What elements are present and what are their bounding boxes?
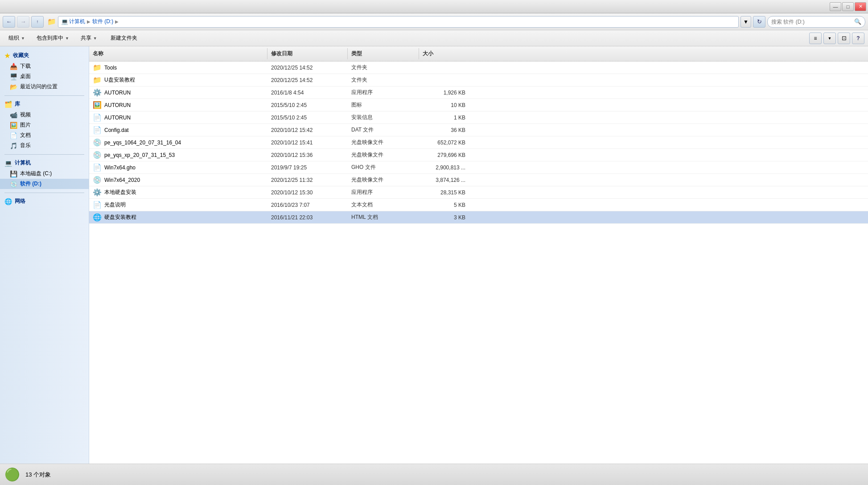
file-type-cell: 图标 — [348, 99, 419, 111]
sidebar-library-header[interactable]: 🗂️ 库 — [0, 99, 89, 110]
table-row[interactable]: 📁 Tools 2020/12/25 14:52 文件夹 — [89, 62, 868, 74]
sidebar-network-header[interactable]: 🌐 网络 — [0, 196, 89, 207]
file-size-cell — [419, 66, 473, 70]
table-row[interactable]: 📄 Config.dat 2020/10/12 15:42 DAT 文件 36 … — [89, 124, 868, 136]
window-controls: — □ ✕ — [830, 2, 866, 11]
recent-icon: 📂 — [10, 83, 17, 90]
view-arrow-button[interactable]: ▼ — [823, 33, 836, 44]
file-type-icon: 📄 — [93, 126, 102, 134]
file-date-cell: 2020/12/25 11:32 — [267, 175, 348, 185]
file-name-label: 光盘说明 — [104, 201, 126, 209]
file-size-cell: 10 KB — [419, 100, 473, 110]
back-button[interactable]: ← — [3, 16, 15, 28]
refresh-button[interactable]: ↻ — [753, 16, 765, 28]
help-button[interactable]: ? — [852, 33, 864, 44]
include-library-button[interactable]: 包含到库中 ▼ — [32, 32, 74, 45]
sidebar: ★ 收藏夹 📥 下载 🖥️ 桌面 📂 最近访问的位置 🗂️ 库 — [0, 46, 89, 464]
forward-button[interactable]: → — [17, 16, 29, 28]
table-row[interactable]: 📄 Win7x64.gho 2019/9/7 19:25 GHO 文件 2,90… — [89, 161, 868, 174]
sidebar-computer-header[interactable]: 💻 计算机 — [0, 157, 89, 169]
file-type-icon: 💿 — [93, 151, 102, 159]
sidebar-library-section: 🗂️ 库 📹 视频 🖼️ 图片 📄 文档 🎵 音乐 — [0, 99, 89, 151]
new-folder-button[interactable]: 新建文件夹 — [104, 32, 144, 45]
table-row[interactable]: ⚙️ AUTORUN 2016/1/8 4:54 应用程序 1,926 KB — [89, 86, 868, 99]
table-row[interactable]: 🖼️ AUTORUN 2015/5/10 2:45 图标 10 KB — [89, 99, 868, 111]
file-name-label: AUTORUN — [104, 90, 131, 96]
file-name-cell: 💿 pe_yqs_xp_20_07_31_15_53 — [89, 149, 267, 161]
file-size-cell: 2,900,813 ... — [419, 163, 473, 173]
sidebar-computer-section: 💻 计算机 💾 本地磁盘 (C:) 💿 软件 (D:) — [0, 157, 89, 189]
address-dropdown[interactable]: ▼ — [740, 16, 751, 28]
table-row[interactable]: 📄 AUTORUN 2015/5/10 2:45 安装信息 1 KB — [89, 111, 868, 124]
table-row[interactable]: 💿 Win7x64_2020 2020/12/25 11:32 光盘映像文件 3… — [89, 174, 868, 186]
share-button[interactable]: 共享 ▼ — [76, 32, 102, 45]
sidebar-item-download[interactable]: 📥 下载 — [0, 61, 89, 71]
sidebar-item-ddrive[interactable]: 💿 软件 (D:) — [0, 179, 89, 189]
file-size-cell: 1,926 KB — [419, 88, 473, 98]
table-row[interactable]: 📁 U盘安装教程 2020/12/25 14:52 文件夹 — [89, 74, 868, 86]
toolbar-right: ≡ ▼ ⊡ ? — [809, 33, 864, 44]
file-type-cell: 文件夹 — [348, 74, 419, 86]
file-name-cell: ⚙️ 本地硬盘安装 — [89, 186, 267, 198]
file-type-cell: 光盘映像文件 — [348, 149, 419, 160]
folder-icon-address: 📁 — [47, 17, 56, 26]
sidebar-item-image[interactable]: 🖼️ 图片 — [0, 120, 89, 130]
sidebar-network-section: 🌐 网络 — [0, 196, 89, 207]
col-type[interactable]: 类型 — [348, 48, 419, 59]
up-button[interactable]: ↑ — [31, 16, 44, 28]
file-size-cell: 36 KB — [419, 125, 473, 135]
organize-button[interactable]: 组织 ▼ — [4, 32, 30, 45]
file-list-header: 名称 修改日期 类型 大小 — [89, 46, 868, 62]
sidebar-item-doc[interactable]: 📄 文档 — [0, 130, 89, 140]
sidebar-favorites-header[interactable]: ★ 收藏夹 — [0, 50, 89, 61]
maximize-button[interactable]: □ — [842, 2, 854, 11]
sidebar-item-cdrive[interactable]: 💾 本地磁盘 (C:) — [0, 169, 89, 179]
file-name-label: AUTORUN — [104, 102, 131, 108]
download-folder-icon: 📥 — [10, 63, 17, 70]
file-date-cell: 2020/12/25 14:52 — [267, 63, 348, 73]
col-date[interactable]: 修改日期 — [267, 48, 348, 59]
file-size-cell: 3 KB — [419, 213, 473, 222]
search-input[interactable] — [771, 19, 852, 25]
file-date-cell: 2015/5/10 2:45 — [267, 100, 348, 110]
file-name-label: Tools — [104, 65, 117, 71]
file-name-cell: 📁 U盘安装教程 — [89, 74, 267, 86]
library-icon: 🗂️ — [4, 101, 12, 108]
sidebar-item-desktop[interactable]: 🖥️ 桌面 — [0, 71, 89, 82]
file-name-cell: 📄 Config.dat — [89, 124, 267, 136]
view-button[interactable]: ≡ — [809, 33, 822, 44]
file-name-cell: 💿 pe_yqs_1064_20_07_31_16_04 — [89, 136, 267, 148]
sidebar-item-music[interactable]: 🎵 音乐 — [0, 140, 89, 151]
status-count: 13 个对象 — [25, 471, 51, 479]
cdrive-icon: 💾 — [10, 170, 17, 177]
table-row[interactable]: ⚙️ 本地硬盘安装 2020/10/12 15:30 应用程序 28,315 K… — [89, 186, 868, 199]
close-button[interactable]: ✕ — [855, 2, 866, 11]
file-name-cell: ⚙️ AUTORUN — [89, 86, 267, 99]
table-row[interactable]: 📄 光盘说明 2016/10/23 7:07 文本文档 5 KB — [89, 199, 868, 211]
file-type-icon: 📁 — [93, 76, 102, 84]
table-row[interactable]: 🌐 硬盘安装教程 2016/11/21 22:03 HTML 文档 3 KB — [89, 211, 868, 224]
col-name[interactable]: 名称 — [89, 48, 267, 59]
breadcrumb-ddrive[interactable]: 软件 (D:) ▶ — [92, 18, 119, 25]
breadcrumb-computer[interactable]: 💻 计算机 ▶ — [61, 18, 91, 25]
sidebar-item-recent[interactable]: 📂 最近访问的位置 — [0, 82, 89, 92]
col-size[interactable]: 大小 — [419, 48, 473, 59]
file-size-cell: 28,315 KB — [419, 188, 473, 197]
file-type-icon: 📄 — [93, 113, 102, 122]
file-size-cell: 1 KB — [419, 113, 473, 123]
status-bar: 🟢 13 个对象 — [0, 464, 868, 485]
file-date-cell: 2020/12/25 14:52 — [267, 75, 348, 85]
file-date-cell: 2020/10/12 15:36 — [267, 150, 348, 160]
file-date-cell: 2020/10/12 15:42 — [267, 125, 348, 135]
table-row[interactable]: 💿 pe_yqs_1064_20_07_31_16_04 2020/10/12 … — [89, 136, 868, 149]
network-icon: 🌐 — [4, 198, 12, 205]
file-type-cell: 文件夹 — [348, 62, 419, 73]
file-date-cell: 2019/9/7 19:25 — [267, 163, 348, 173]
table-row[interactable]: 💿 pe_yqs_xp_20_07_31_15_53 2020/10/12 15… — [89, 149, 868, 161]
file-size-cell: 3,874,126 ... — [419, 175, 473, 185]
sidebar-item-video[interactable]: 📹 视频 — [0, 110, 89, 120]
file-name-cell: 🖼️ AUTORUN — [89, 99, 267, 111]
preview-pane-button[interactable]: ⊡ — [838, 33, 850, 44]
minimize-button[interactable]: — — [830, 2, 841, 11]
file-type-cell: 应用程序 — [348, 187, 419, 198]
